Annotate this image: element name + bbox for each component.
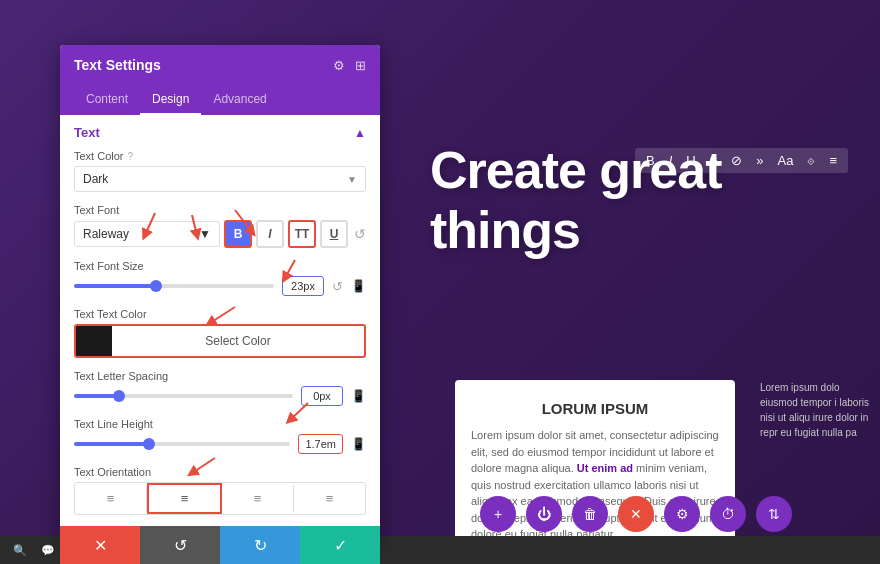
canvas-actions: + ⏻ 🗑 ✕ ⚙ ⏱ ⇅ — [480, 496, 792, 532]
orient-justify-btn[interactable]: ≡ — [294, 485, 365, 512]
line-height-label: Text Line Height — [74, 418, 366, 430]
text-letter-spacing-row: Text Letter Spacing 0px 📱 — [74, 370, 366, 406]
text-color-select[interactable]: Dark ▼ — [74, 166, 366, 192]
text-font-size-label: Text Font Size — [74, 260, 366, 272]
panel-settings-icon[interactable]: ⚙ — [333, 58, 345, 73]
right-text-content: Lorem ipsum dolo eiusmod tempor i labori… — [760, 380, 880, 440]
panel-title: Text Settings — [74, 57, 161, 73]
panel-redo-btn[interactable]: ↻ — [220, 526, 300, 564]
font-size-device-icon[interactable]: 📱 — [351, 279, 366, 293]
font-size-value[interactable]: 23px — [282, 276, 324, 296]
action-settings[interactable]: ⚙ — [664, 496, 700, 532]
font-size-slider-row: 23px ↺ 📱 — [74, 276, 366, 296]
text-font-label: Text Font — [74, 204, 366, 216]
text-font-size-row: Text Font Size 23px ↺ 📱 — [74, 260, 366, 296]
line-height-slider-row: 1.7em 📱 — [74, 434, 366, 454]
text-font-row: Text Font Raleway ▼ B I TT U ↺ — [74, 204, 366, 248]
letter-spacing-label: Text Letter Spacing — [74, 370, 366, 382]
text-color-row: Text Color ? Dark ▼ — [74, 150, 366, 192]
canvas-toolbar: B I U ≡ ⊘ » Aa ⟐ ≡ — [635, 148, 848, 173]
panel-reset-btn[interactable]: ↺ — [140, 526, 220, 564]
font-controls: Raleway ▼ B I TT U ↺ — [74, 220, 366, 248]
toolbar-italic[interactable]: I — [666, 152, 676, 169]
text-line-height-row: Text Line Height 1.7em 📱 — [74, 418, 366, 454]
bb-chat[interactable]: 💬 — [36, 542, 60, 559]
orient-left-btn[interactable]: ≡ — [75, 485, 147, 512]
font-underline-btn[interactable]: U — [320, 220, 348, 248]
settings-panel: Text Settings ⚙ ⊞ Content Design Advance… — [60, 45, 380, 537]
tab-content[interactable]: Content — [74, 85, 140, 115]
toolbar-indent[interactable]: ⟐ — [804, 152, 818, 169]
font-select[interactable]: Raleway ▼ — [74, 221, 220, 247]
font-bold-btn[interactable]: B — [224, 220, 252, 248]
text-color-select-row: Dark ▼ — [74, 166, 366, 192]
action-delete[interactable]: 🗑 — [572, 496, 608, 532]
toolbar-quote[interactable]: » — [753, 152, 766, 169]
toolbar-list[interactable]: ⊘ — [728, 152, 745, 169]
panel-body: Text ▲ Text Color ? Dark ▼ Text Font — [60, 115, 380, 537]
panel-expand-icon[interactable]: ⊞ — [355, 58, 366, 73]
action-add[interactable]: + — [480, 496, 516, 532]
panel-bottom-bar: ✕ ↺ ↻ ✓ — [60, 526, 380, 564]
tab-design[interactable]: Design — [140, 85, 201, 115]
toolbar-case[interactable]: Aa — [775, 152, 797, 169]
action-power[interactable]: ⏻ — [526, 496, 562, 532]
toolbar-underline[interactable]: U — [683, 152, 698, 169]
toolbar-align[interactable]: ≡ — [707, 152, 721, 169]
panel-save-btn[interactable]: ✓ — [300, 526, 380, 564]
select-color-label: Select Color — [112, 334, 364, 348]
color-picker-row[interactable]: Select Color — [74, 324, 366, 358]
font-italic-btn[interactable]: I — [256, 220, 284, 248]
action-close[interactable]: ✕ — [618, 496, 654, 532]
font-size-track[interactable] — [74, 284, 274, 288]
tab-advanced[interactable]: Advanced — [201, 85, 278, 115]
orient-center-btn[interactable]: ≡ — [147, 483, 222, 514]
orient-right-btn[interactable]: ≡ — [222, 485, 294, 512]
section-title-text: Text — [74, 125, 100, 140]
canvas-right-text: Lorem ipsum dolo eiusmod tempor i labori… — [760, 380, 880, 440]
font-reset-btn[interactable]: ↺ — [354, 226, 366, 242]
text-orientation-row: Text Orientation ≡ ≡ ≡ ≡ — [74, 466, 366, 515]
letter-spacing-value[interactable]: 0px — [301, 386, 343, 406]
font-select-arrow: ▼ — [199, 227, 211, 241]
action-time[interactable]: ⏱ — [710, 496, 746, 532]
panel-tabs: Content Design Advanced — [60, 85, 380, 115]
text-color-label: Text Color ? — [74, 150, 366, 162]
toolbar-menu[interactable]: ≡ — [826, 152, 840, 169]
text-text-color-label: Text Text Color — [74, 308, 366, 320]
line-height-device-icon[interactable]: 📱 — [351, 437, 366, 451]
line-height-track[interactable] — [74, 442, 290, 446]
section-header-text: Text ▲ — [74, 125, 366, 140]
text-text-color-row: Text Text Color Select Color — [74, 308, 366, 358]
font-tt-btn[interactable]: TT — [288, 220, 316, 248]
card-highlight: Ut enim ad — [577, 462, 633, 474]
font-size-reset-icon[interactable]: ↺ — [332, 279, 343, 294]
panel-header: Text Settings ⚙ ⊞ — [60, 45, 380, 85]
letter-spacing-track[interactable] — [74, 394, 293, 398]
letter-spacing-slider-row: 0px 📱 — [74, 386, 366, 406]
line-height-value[interactable]: 1.7em — [298, 434, 343, 454]
color-swatch — [76, 326, 112, 356]
text-orientation-label: Text Orientation — [74, 466, 366, 478]
panel-cancel-btn[interactable]: ✕ — [60, 526, 140, 564]
bb-search[interactable]: 🔍 — [8, 542, 32, 559]
text-color-help-icon[interactable]: ? — [128, 151, 134, 162]
orientation-row: ≡ ≡ ≡ ≡ — [74, 482, 366, 515]
section-collapse-btn[interactable]: ▲ — [354, 126, 366, 140]
select-arrow-icon: ▼ — [347, 174, 357, 185]
letter-spacing-device-icon[interactable]: 📱 — [351, 389, 366, 403]
card-title: LORUM IPSUM — [471, 400, 719, 417]
toolbar-bold[interactable]: B — [643, 152, 658, 169]
action-sort[interactable]: ⇅ — [756, 496, 792, 532]
panel-header-icons: ⚙ ⊞ — [333, 58, 366, 73]
